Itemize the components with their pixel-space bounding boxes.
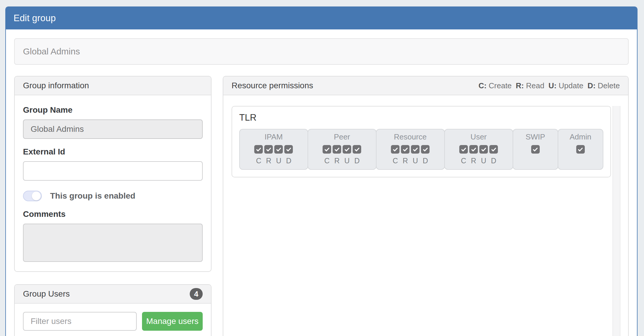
peer-d-checkbox[interactable] (353, 145, 361, 154)
legend-item: D: Delete (587, 81, 620, 90)
check-icon (334, 147, 340, 152)
resource-label: Resource (377, 132, 444, 142)
peer-r-checkbox[interactable] (333, 145, 341, 154)
resource-label: Admin (558, 132, 603, 142)
ipam-d-checkbox[interactable] (284, 145, 293, 154)
check-icon (461, 147, 467, 152)
check-icon (532, 147, 538, 152)
checkbox-group (377, 145, 444, 154)
permission-cell-resource: ResourceCRUD (376, 129, 445, 170)
group-users-title: Group Users (23, 289, 70, 299)
enabled-toggle-label: This group is enabled (50, 191, 135, 201)
resource-permissions-panel: Resource permissions C: CreateR: ReadU: … (223, 76, 629, 336)
crud-letters: CRUD (308, 157, 376, 165)
checkbox-group (445, 145, 513, 154)
check-icon (577, 147, 583, 152)
group-enabled-toggle[interactable] (23, 191, 42, 201)
crud-letters: CRUD (240, 157, 308, 165)
check-icon (481, 147, 487, 152)
window-titlebar: Edit group (6, 7, 637, 29)
group-information-panel: Group information Group Name External Id… (14, 76, 212, 272)
external-id-label: External Id (23, 147, 203, 157)
group-information-body: Group Name External Id This group is ena… (15, 95, 211, 271)
checkbox-group (308, 145, 376, 154)
ipam-c-checkbox[interactable] (254, 145, 263, 154)
tlr-card-title: TLR (239, 112, 603, 123)
check-icon (471, 147, 477, 152)
group-name-label: Group Name (23, 105, 203, 115)
check-icon (344, 147, 350, 152)
checkbox-group (558, 145, 603, 154)
check-icon (422, 147, 428, 152)
permission-cell-admin: Admin (558, 129, 603, 170)
legend-item: C: Create (478, 81, 512, 90)
comments-textarea (23, 224, 203, 262)
ipam-u-checkbox[interactable] (274, 145, 283, 154)
external-id-input[interactable] (23, 161, 203, 181)
user-count-badge: 4 (190, 288, 203, 300)
checkbox-group (513, 145, 558, 154)
toggle-knob (32, 192, 41, 200)
right-column: Resource permissions C: CreateR: ReadU: … (223, 76, 629, 336)
admin-checkbox[interactable] (576, 145, 585, 154)
legend-item: R: Read (516, 81, 544, 90)
user-d-checkbox[interactable] (489, 145, 498, 154)
peer-c-checkbox[interactable] (323, 145, 331, 154)
check-icon (266, 147, 272, 152)
check-icon (402, 147, 408, 152)
permission-cell-peer: PeerCRUD (308, 129, 377, 170)
filter-users-input[interactable] (23, 312, 137, 331)
check-icon (276, 147, 282, 152)
resource-label: User (445, 132, 513, 142)
group-name-input (23, 119, 203, 139)
user-u-checkbox[interactable] (479, 145, 488, 154)
group-information-title: Group information (23, 81, 89, 90)
crud-letters: CRUD (445, 157, 513, 165)
resource-permissions-body: TLR IPAMCRUDPeerCRUDResourceCRUDUserCRUD… (223, 95, 628, 336)
group-users-header: Group Users 4 (15, 285, 211, 304)
manage-users-button[interactable]: Manage users (142, 312, 203, 331)
resource-permissions-title: Resource permissions (232, 81, 313, 90)
check-icon (256, 147, 262, 152)
check-icon (491, 147, 497, 152)
comments-label: Comments (23, 209, 203, 219)
resource-label: Peer (308, 132, 376, 142)
group-name-display (14, 38, 629, 65)
resource-permissions-header: Resource permissions C: CreateR: ReadU: … (223, 76, 628, 95)
swip-checkbox[interactable] (531, 145, 540, 154)
resource-label: IPAM (240, 132, 308, 142)
left-column: Group information Group Name External Id… (14, 76, 212, 336)
group-users-panel: Group Users 4 Manage users (14, 284, 212, 336)
permission-row: IPAMCRUDPeerCRUDResourceCRUDUserCRUDSWIP… (239, 129, 603, 170)
user-c-checkbox[interactable] (459, 145, 468, 154)
resource-u-checkbox[interactable] (411, 145, 420, 154)
resource-c-checkbox[interactable] (391, 145, 399, 154)
check-icon (354, 147, 360, 152)
checkbox-group (240, 145, 308, 154)
resource-label: SWIP (513, 132, 558, 142)
check-icon (324, 147, 330, 152)
vertical-scrollbar[interactable] (612, 106, 620, 336)
permission-cell-swip: SWIP (513, 129, 558, 170)
resource-d-checkbox[interactable] (421, 145, 430, 154)
crud-legend: C: CreateR: ReadU: UpdateD: Delete (478, 81, 620, 90)
enabled-toggle-row: This group is enabled (23, 191, 203, 201)
group-information-header: Group information (15, 76, 211, 95)
tlr-permission-card: TLR IPAMCRUDPeerCRUDResourceCRUDUserCRUD… (232, 106, 611, 177)
peer-u-checkbox[interactable] (343, 145, 351, 154)
crud-letters: CRUD (377, 157, 444, 165)
check-icon (412, 147, 418, 152)
page-title: Edit group (14, 13, 56, 24)
permission-cell-user: UserCRUD (444, 129, 513, 170)
check-icon (392, 147, 398, 152)
user-r-checkbox[interactable] (469, 145, 478, 154)
group-users-body: Manage users (15, 304, 211, 336)
permission-cell-ipam: IPAMCRUD (239, 129, 308, 170)
edit-group-window: Edit group Group information Group Name … (5, 6, 638, 336)
resource-r-checkbox[interactable] (401, 145, 409, 154)
window-body: Group information Group Name External Id… (6, 29, 637, 336)
ipam-r-checkbox[interactable] (264, 145, 273, 154)
content-columns: Group information Group Name External Id… (14, 76, 629, 336)
legend-item: U: Update (549, 81, 584, 90)
check-icon (286, 147, 292, 152)
